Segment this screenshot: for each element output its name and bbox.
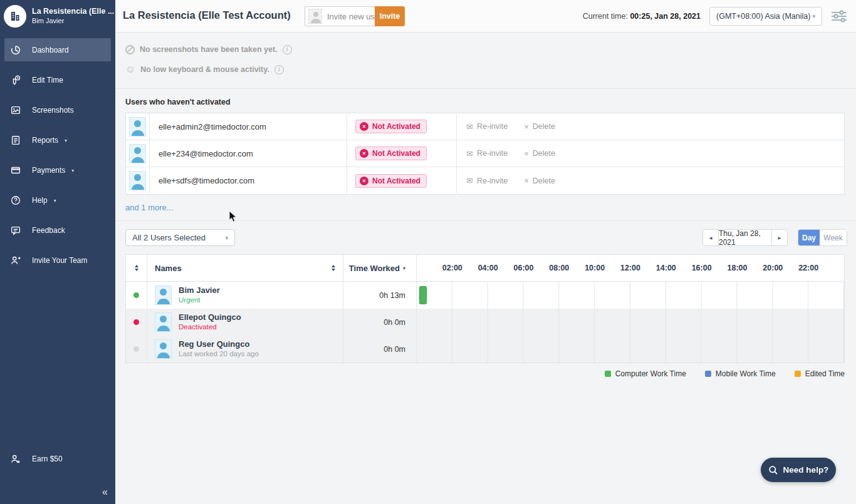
x-circle-icon: × [360, 122, 368, 131]
hour-label: 18:00 [728, 264, 748, 272]
user-cell: Bim Javier Urgent [147, 282, 343, 309]
user-status-subtitle: Last worked 20 days ago [179, 349, 259, 359]
pending-user-row: elle+admin2@timedoctor.com ×Not Activate… [126, 113, 844, 140]
worktime-row: Bim Javier Urgent 0h 13m [126, 282, 844, 309]
status-badge: ×Not Activated [355, 174, 427, 188]
sidebar-item-feedback[interactable]: Feedback [0, 215, 115, 245]
delete-button[interactable]: ×Delete [524, 122, 555, 131]
invite-new-user-input[interactable] [327, 12, 376, 21]
week-toggle-button[interactable]: Week [820, 230, 847, 245]
reinvite-button[interactable]: ✉Re-invite [466, 149, 508, 158]
reinvite-button[interactable]: ✉Re-invite [466, 176, 508, 185]
timezone-select[interactable]: (GMT+08:00) Asia (Manila) ▾ [709, 7, 822, 26]
sort-desc-icon: ▾ [403, 265, 405, 271]
date-display[interactable]: Thu, Jan 28, 2021 [718, 230, 772, 245]
topbar-right: Current time: 00:25, Jan 28, 2021 (GMT+0… [583, 0, 847, 33]
notices: No screenshots have been taken yet. i ☺ … [115, 33, 856, 89]
invite-button[interactable]: Invite [375, 6, 405, 26]
status-badge: ×Not Activated [355, 120, 427, 133]
sidebar-item-help[interactable]: Help ▾ [0, 185, 115, 215]
day-week-toggle: Day Week [798, 229, 847, 246]
status-dot [133, 292, 139, 298]
delete-button[interactable]: ×Delete [524, 176, 555, 185]
hour-label: 10:00 [585, 264, 605, 272]
time-worked-value: 0h 0m [384, 318, 405, 327]
next-day-button[interactable]: ▸ [772, 230, 787, 245]
sidebar-item-reports[interactable]: Reports ▾ [0, 125, 115, 155]
avatar-cell [126, 140, 150, 167]
need-help-button[interactable]: Need help? [761, 458, 836, 482]
page-title: La Resistencia (Elle Test Account) [123, 9, 291, 21]
user-avatar [155, 285, 172, 305]
worktime-header: Names Time Worked ▾ 02:00 04:00 06:00 08… [126, 255, 844, 282]
earn-referral-button[interactable]: Earn $50 [0, 446, 115, 471]
sidebar-item-dashboard[interactable]: Dashboard [0, 35, 115, 65]
invite-input-wrap [305, 6, 375, 26]
help-icon [9, 194, 22, 207]
delete-button[interactable]: ×Delete [524, 149, 555, 158]
user-cell: Reg User Quingco Last worked 20 days ago [147, 336, 343, 363]
buildings-icon [9, 10, 21, 23]
date-controls: ◂ Thu, Jan 28, 2021 ▸ Day Week [702, 229, 847, 246]
chevron-down-icon: ▾ [71, 168, 74, 173]
status-cell [126, 282, 147, 309]
sidebar-item-edit-time[interactable]: Edit Time [0, 65, 115, 95]
time-worked-header-label: Time Worked [349, 264, 400, 273]
hour-label: 12:00 [620, 264, 640, 272]
sidebar-item-label: Invite Your Team [32, 256, 88, 265]
chevron-down-icon: ▾ [54, 198, 56, 203]
sidebar-item-payments[interactable]: Payments ▾ [0, 155, 115, 185]
users-filter-select[interactable]: All 2 Users Selected ▾ [125, 229, 235, 246]
user-cell: Ellepot Quingco Deactivated [147, 309, 343, 336]
edit-time-icon [9, 74, 22, 86]
screenshots-icon [9, 104, 22, 116]
status-dot [133, 319, 139, 325]
delete-label: Delete [533, 149, 555, 158]
pending-user-email: elle+admin2@timedoctor.com [150, 113, 347, 140]
sidebar-item-screenshots[interactable]: Screenshots [0, 95, 115, 125]
worktime-table: Names Time Worked ▾ 02:00 04:00 06:00 08… [125, 254, 845, 363]
hour-label: 02:00 [442, 264, 462, 272]
time-worked-value: 0h 13m [379, 291, 405, 300]
sliders-icon [831, 10, 847, 23]
prev-day-button[interactable]: ◂ [703, 230, 718, 245]
invite-person-icon [9, 254, 22, 267]
dashboard-settings-button[interactable] [831, 10, 847, 23]
info-icon[interactable]: i [274, 65, 284, 75]
sidebar-collapse-button[interactable]: « [102, 486, 107, 498]
work-bar [419, 286, 426, 304]
need-help-label: Need help? [783, 465, 829, 475]
status-sort-header[interactable] [126, 255, 147, 281]
chevron-down-icon: ▾ [65, 138, 67, 143]
account-switcher[interactable]: La Resistencia (Elle ...▾ Bim Javier [0, 0, 115, 34]
sidebar-item-invite-your-team[interactable]: Invite Your Team [0, 245, 115, 275]
sidebar-item-label: Feedback [32, 226, 65, 235]
notice-text: No low keyboard & mouse activity. [140, 65, 269, 74]
legend: Computer Work Time Mobile Work Time Edit… [115, 369, 845, 378]
reinvite-button[interactable]: ✉Re-invite [466, 122, 508, 131]
account-name: La Resistencia (Elle ...▾ [32, 7, 110, 17]
hour-label: 20:00 [763, 264, 783, 272]
names-sort-header[interactable]: Names [147, 255, 343, 281]
time-worked-sort-header[interactable]: Time Worked ▾ [343, 255, 417, 281]
info-icon[interactable]: i [283, 45, 292, 54]
reports-icon [9, 134, 22, 147]
timeline-cell [417, 309, 844, 336]
reinvite-label: Re-invite [477, 149, 508, 158]
sidebar-item-label: Help [32, 196, 48, 205]
day-toggle-button[interactable]: Day [798, 230, 820, 245]
pending-users-title: Users who haven't activated [125, 98, 856, 106]
status-cell: ×Not Activated [347, 113, 457, 140]
reinvite-label: Re-invite [477, 122, 508, 131]
avatar-placeholder-icon [308, 9, 322, 24]
time-worked-value: 0h 0m [384, 345, 405, 354]
show-more-users-link[interactable]: and 1 more... [125, 203, 174, 212]
hour-label: 04:00 [478, 264, 498, 272]
avatar-cell [126, 113, 150, 140]
users-filter-value: All 2 Users Selected [132, 233, 206, 242]
status-cell: ×Not Activated [347, 140, 457, 167]
x-icon: × [524, 176, 529, 185]
envelope-icon: ✉ [466, 176, 473, 185]
status-badge-label: Not Activated [372, 177, 420, 185]
no-screenshots-icon [125, 45, 135, 54]
